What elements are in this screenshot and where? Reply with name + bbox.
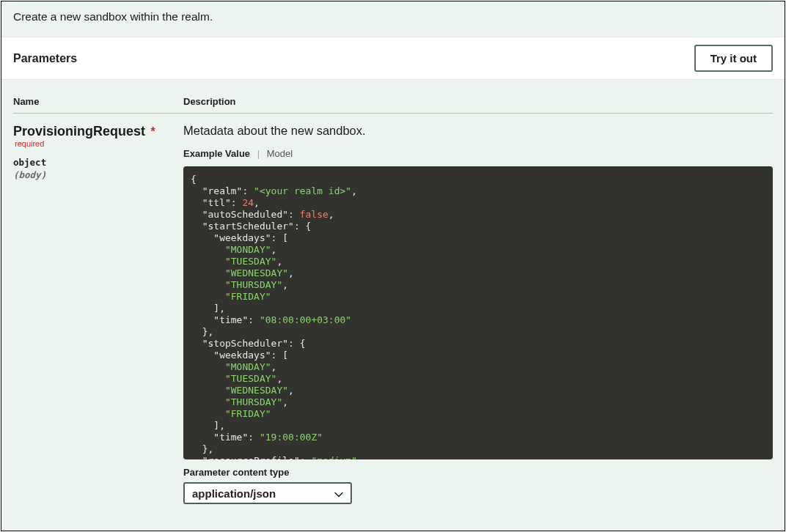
column-header-description: Description xyxy=(183,96,773,107)
parameters-header-bar: Parameters Try it out xyxy=(1,37,785,80)
content-type-select[interactable]: application/json xyxy=(183,482,352,504)
parameter-description-cell: Metadata about the new sandbox. Example … xyxy=(183,124,773,504)
required-label: required xyxy=(15,139,44,148)
api-operation-panel: Create a new sandbox within the realm. P… xyxy=(1,1,785,531)
column-header-name: Name xyxy=(13,96,183,107)
parameter-type: object xyxy=(13,157,183,168)
example-json-code[interactable]: { "realm": "<your realm id>", "ttl": 24,… xyxy=(183,166,773,459)
tab-separator: | xyxy=(257,148,260,159)
tab-example-value[interactable]: Example Value xyxy=(183,148,250,159)
parameter-name-cell: ProvisioningRequest * required object (b… xyxy=(13,124,183,504)
try-it-out-button[interactable]: Try it out xyxy=(694,45,773,72)
parameter-name: ProvisioningRequest xyxy=(13,124,145,138)
content-type-label: Parameter content type xyxy=(183,467,773,478)
operation-summary: Create a new sandbox within the realm. xyxy=(1,1,785,37)
content-type-value: application/json xyxy=(192,487,276,500)
parameter-row: ProvisioningRequest * required object (b… xyxy=(13,114,773,504)
example-model-tabs: Example Value | Model xyxy=(183,148,773,159)
required-star: * xyxy=(150,125,155,138)
parameter-description: Metadata about the new sandbox. xyxy=(183,124,773,138)
parameters-table-header: Name Description xyxy=(13,80,773,114)
parameters-table: Name Description ProvisioningRequest * r… xyxy=(1,80,785,504)
parameters-title: Parameters xyxy=(13,52,77,65)
parameter-name-line: ProvisioningRequest * required xyxy=(13,124,183,154)
tab-model[interactable]: Model xyxy=(267,148,293,159)
chevron-down-icon xyxy=(334,489,343,498)
parameter-in: (body) xyxy=(13,169,183,180)
